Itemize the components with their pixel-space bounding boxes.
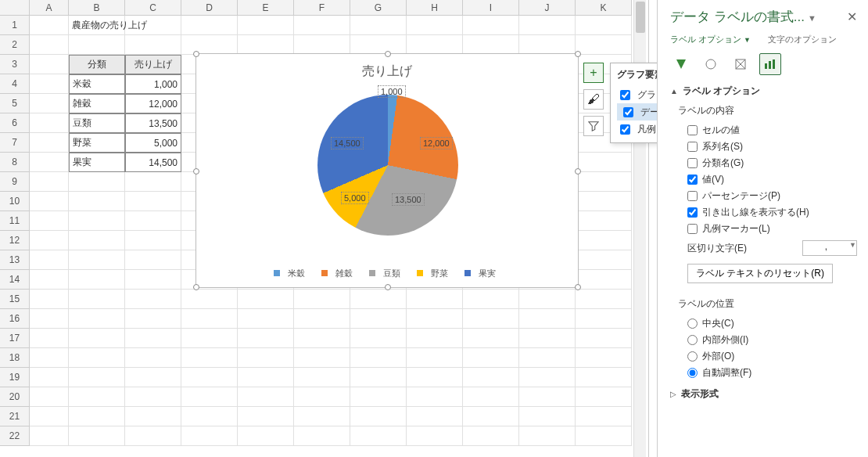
pane-menu-dropdown-icon[interactable]: ▼ xyxy=(808,13,816,23)
radio[interactable] xyxy=(687,368,698,378)
cell[interactable] xyxy=(463,387,519,407)
cell[interactable] xyxy=(30,290,69,309)
cell[interactable] xyxy=(69,309,125,329)
chart-object[interactable]: 売り上げ 1,000 12,000 13,500 5,000 14,500 米穀… xyxy=(195,53,579,288)
cell[interactable] xyxy=(576,192,632,211)
cell[interactable] xyxy=(407,407,463,426)
cell[interactable] xyxy=(238,387,294,407)
cell[interactable]: 1,000 xyxy=(125,74,181,94)
cell[interactable] xyxy=(30,250,69,270)
row-header[interactable]: 14 xyxy=(0,270,30,290)
reset-label-text-button[interactable]: ラベル テキストのリセット(R) xyxy=(687,264,833,283)
cell[interactable] xyxy=(350,290,407,309)
cell[interactable] xyxy=(463,290,519,309)
cell[interactable] xyxy=(30,133,69,153)
row-header[interactable]: 13 xyxy=(0,250,30,270)
cell[interactable] xyxy=(463,309,519,329)
cell[interactable] xyxy=(294,387,350,407)
cell[interactable] xyxy=(181,348,238,368)
cell[interactable]: 売り上げ xyxy=(125,55,181,74)
cell[interactable]: 野菜 xyxy=(69,133,125,153)
cell[interactable] xyxy=(30,407,69,426)
label-content-option[interactable]: 引き出し線を表示する(H) xyxy=(670,204,857,221)
label-content-option[interactable]: 値(V) xyxy=(670,171,857,188)
label-content-option[interactable]: パーセンテージ(P) xyxy=(670,188,857,204)
data-label[interactable]: 5,000 xyxy=(341,192,369,204)
checkbox[interactable] xyxy=(687,125,698,135)
cell[interactable] xyxy=(125,270,181,290)
select-all-corner[interactable] xyxy=(0,0,30,16)
row-header[interactable]: 15 xyxy=(0,290,30,309)
cell[interactable] xyxy=(350,387,407,407)
cell[interactable] xyxy=(519,426,576,446)
cell[interactable] xyxy=(69,329,125,348)
label-position-option[interactable]: 内部外側(I) xyxy=(670,332,857,348)
row-header[interactable]: 5 xyxy=(0,94,30,113)
cell[interactable] xyxy=(69,270,125,290)
row-header[interactable]: 9 xyxy=(0,172,30,192)
col-header[interactable]: I xyxy=(463,0,519,16)
cell[interactable]: 分類 xyxy=(69,55,125,74)
cell[interactable] xyxy=(407,348,463,368)
row-header[interactable]: 21 xyxy=(0,407,30,426)
col-header[interactable]: C xyxy=(125,0,181,16)
cell[interactable] xyxy=(294,309,350,329)
cell[interactable] xyxy=(576,211,632,231)
row-header[interactable]: 1 xyxy=(0,16,30,35)
tab-label-options[interactable]: ラベル オプション ▼ xyxy=(670,34,751,45)
cell[interactable]: 雑穀 xyxy=(69,94,125,113)
cell[interactable] xyxy=(576,153,632,172)
cell[interactable] xyxy=(69,35,125,55)
cell[interactable] xyxy=(238,16,294,35)
checkbox[interactable] xyxy=(687,191,698,201)
cell[interactable] xyxy=(69,211,125,231)
cell[interactable] xyxy=(294,329,350,348)
label-position-option[interactable]: 自動調整(F) xyxy=(670,365,857,381)
data-label[interactable]: 12,000 xyxy=(420,137,453,149)
cell[interactable] xyxy=(519,290,576,309)
cell[interactable] xyxy=(69,192,125,211)
radio[interactable] xyxy=(687,351,698,362)
cell[interactable] xyxy=(576,407,632,426)
cell[interactable] xyxy=(350,368,407,387)
col-header[interactable]: H xyxy=(407,0,463,16)
cell[interactable] xyxy=(238,35,294,55)
row-header[interactable]: 6 xyxy=(0,113,30,133)
cell[interactable] xyxy=(350,348,407,368)
cell[interactable] xyxy=(30,368,69,387)
cell[interactable] xyxy=(69,231,125,250)
cell[interactable] xyxy=(576,426,632,446)
cell[interactable] xyxy=(125,368,181,387)
cell[interactable] xyxy=(576,290,632,309)
cell[interactable] xyxy=(519,16,576,35)
checkbox[interactable] xyxy=(687,158,698,168)
cell[interactable] xyxy=(125,35,181,55)
row-header[interactable]: 18 xyxy=(0,348,30,368)
cell[interactable] xyxy=(125,329,181,348)
cell[interactable]: 米穀 xyxy=(69,74,125,94)
label-content-option[interactable]: 凡例マーカー(L) xyxy=(670,221,857,237)
cell[interactable] xyxy=(576,250,632,270)
cell[interactable] xyxy=(519,348,576,368)
cell[interactable] xyxy=(69,387,125,407)
cell[interactable] xyxy=(30,192,69,211)
cell[interactable]: 果実 xyxy=(69,153,125,172)
cell[interactable] xyxy=(238,309,294,329)
data-label[interactable]: 14,500 xyxy=(331,137,364,149)
cell[interactable] xyxy=(407,290,463,309)
cell[interactable]: 5,000 xyxy=(125,133,181,153)
col-header[interactable]: A xyxy=(30,0,69,16)
cell[interactable] xyxy=(125,172,181,192)
scroll-thumb[interactable] xyxy=(636,2,645,33)
cell[interactable] xyxy=(294,426,350,446)
checkbox[interactable] xyxy=(687,142,698,152)
cell[interactable] xyxy=(30,153,69,172)
cell[interactable] xyxy=(30,74,69,94)
cell[interactable] xyxy=(519,407,576,426)
checkbox[interactable] xyxy=(620,124,630,135)
cell[interactable] xyxy=(463,329,519,348)
cell[interactable] xyxy=(69,290,125,309)
cell[interactable] xyxy=(463,426,519,446)
checkbox[interactable] xyxy=(687,224,698,234)
cell[interactable] xyxy=(576,329,632,348)
